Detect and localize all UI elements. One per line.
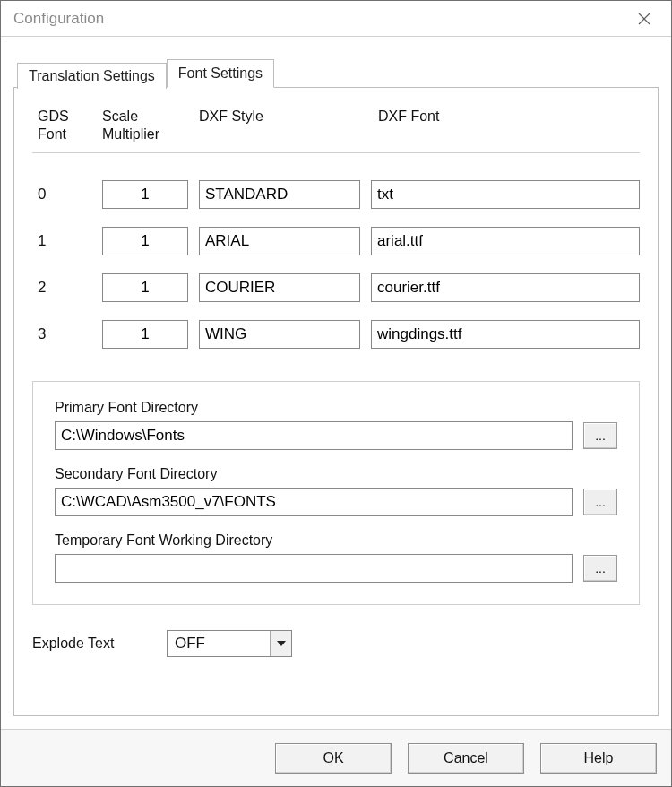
explode-text-value: OFF <box>168 635 270 653</box>
scale-multiplier-input[interactable] <box>102 180 188 209</box>
dxf-font-input[interactable] <box>371 320 640 349</box>
browse-primary-button[interactable]: ... <box>583 422 617 449</box>
dialog-footer: OK Cancel Help <box>1 729 671 786</box>
tab-translation-settings[interactable]: Translation Settings <box>17 63 167 89</box>
column-header-dxf-style: DXF Style <box>199 108 378 125</box>
column-header-dxf-font: DXF Font <box>378 108 634 125</box>
secondary-font-directory-row: ... <box>55 488 617 516</box>
font-row: 3 <box>38 320 640 349</box>
column-header-scale-multiplier: Scale Multiplier <box>102 108 199 143</box>
secondary-font-directory-label: Secondary Font Directory <box>55 466 617 482</box>
browse-secondary-button[interactable]: ... <box>583 489 617 515</box>
column-headers: GDS Font Scale Multiplier DXF Style DXF … <box>32 108 640 153</box>
help-button[interactable]: Help <box>540 743 657 774</box>
gds-font-index: 3 <box>38 325 102 343</box>
tab-font-settings[interactable]: Font Settings <box>167 59 274 88</box>
gds-font-index: 0 <box>38 186 102 203</box>
close-button[interactable] <box>626 1 662 37</box>
configuration-window: Configuration Translation Settings Font … <box>0 0 672 787</box>
dxf-style-input[interactable] <box>199 227 360 255</box>
client-area: Translation Settings Font Settings GDS F… <box>1 37 671 729</box>
dxf-font-input[interactable] <box>371 227 640 255</box>
dxf-font-input[interactable] <box>371 180 640 209</box>
dxf-style-input[interactable] <box>199 320 360 349</box>
tab-page-font-settings: GDS Font Scale Multiplier DXF Style DXF … <box>13 87 659 716</box>
titlebar: Configuration <box>1 1 671 37</box>
gds-font-index: 1 <box>38 232 102 250</box>
tab-strip: Translation Settings Font Settings <box>17 58 659 87</box>
font-directories-panel: Primary Font Directory ... Secondary Fon… <box>32 381 640 605</box>
temporary-font-directory-input[interactable] <box>55 554 573 583</box>
primary-font-directory-row: ... <box>55 421 617 450</box>
primary-font-directory-label: Primary Font Directory <box>55 400 617 416</box>
scale-multiplier-input[interactable] <box>102 320 188 349</box>
font-row: 0 <box>38 180 640 209</box>
primary-font-directory-input[interactable] <box>55 421 573 450</box>
dxf-style-input[interactable] <box>199 273 360 302</box>
font-row: 2 <box>38 273 640 302</box>
dxf-style-input[interactable] <box>199 180 360 209</box>
explode-text-select[interactable]: OFF <box>167 630 292 657</box>
column-header-gds-font: GDS Font <box>38 108 102 143</box>
temporary-font-directory-row: ... <box>55 554 617 583</box>
font-row: 1 <box>38 227 640 255</box>
temporary-font-directory-label: Temporary Font Working Directory <box>55 532 617 549</box>
dxf-font-input[interactable] <box>371 273 640 302</box>
window-title: Configuration <box>12 10 104 28</box>
scale-multiplier-input[interactable] <box>102 273 188 302</box>
font-rows: 0 1 2 3 <box>32 180 640 367</box>
ok-button[interactable]: OK <box>275 743 392 774</box>
chevron-down-icon <box>270 631 291 656</box>
secondary-font-directory-input[interactable] <box>55 488 573 516</box>
scale-multiplier-input[interactable] <box>102 227 188 255</box>
cancel-button[interactable]: Cancel <box>408 743 524 774</box>
svg-marker-2 <box>277 641 286 646</box>
explode-text-label: Explode Text <box>32 636 167 652</box>
close-icon <box>638 13 650 25</box>
gds-font-index: 2 <box>38 279 102 297</box>
explode-text-row: Explode Text OFF <box>32 630 640 657</box>
browse-temporary-button[interactable]: ... <box>583 555 617 582</box>
